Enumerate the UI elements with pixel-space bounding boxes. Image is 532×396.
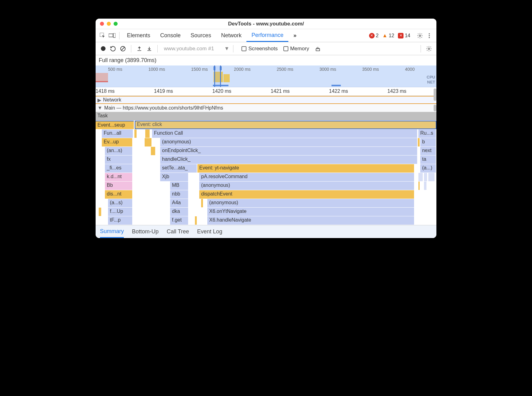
flame-bar[interactable]: Bb [105, 182, 132, 190]
chevron-down-icon: ▼ [224, 46, 229, 52]
tab-elements[interactable]: Elements [122, 29, 155, 42]
tab-event-log[interactable]: Event Log [197, 225, 222, 238]
upload-icon[interactable] [135, 44, 144, 53]
memory-label: Memory [290, 46, 309, 52]
svg-point-5 [429, 35, 430, 36]
flame-bar[interactable] [99, 208, 101, 216]
flame-bar[interactable]: handleClick_ [160, 155, 417, 164]
settings-icon[interactable] [415, 33, 425, 39]
flame-bar[interactable] [195, 216, 197, 225]
flame-bar[interactable]: k.d...nt [105, 173, 132, 181]
flame-bar[interactable] [134, 129, 137, 138]
tab-sources[interactable]: Sources [186, 29, 216, 42]
memory-checkbox[interactable]: Memory [283, 46, 309, 52]
tab-bottom-up[interactable]: Bottom-Up [132, 225, 159, 238]
flame-bar[interactable]: b [420, 138, 436, 146]
collect-garbage-icon[interactable] [313, 44, 322, 53]
flame-bar[interactable] [424, 182, 426, 190]
tab-summary[interactable]: Summary [100, 225, 124, 238]
task-bar[interactable]: Task [96, 112, 436, 120]
overview-ticks: 500 ms 1000 ms 1500 ms 2000 ms 2500 ms 3… [96, 67, 427, 72]
flame-bar[interactable]: dka [170, 208, 188, 216]
reload-button[interactable] [109, 44, 117, 53]
cpu-lane-label: CPU [427, 75, 435, 80]
tab-performance[interactable]: Performance [246, 29, 288, 42]
flame-bar[interactable]: Fun...all [102, 129, 133, 138]
overview-tick: 500 ms [108, 67, 122, 72]
separator [119, 32, 119, 39]
close-icon[interactable] [100, 22, 104, 26]
flame-bar[interactable]: Event...seup [96, 121, 134, 129]
inspect-icon[interactable] [98, 33, 107, 39]
flame-bar[interactable]: _fi...es [105, 164, 132, 173]
net-activity [331, 85, 341, 86]
kebab-menu-icon[interactable] [425, 33, 434, 39]
screenshots-label: Screenshots [248, 46, 278, 52]
flame-bar[interactable] [428, 173, 435, 181]
flame-bar[interactable]: A4a [170, 199, 188, 207]
capture-settings-icon[interactable] [425, 44, 433, 53]
overview-tick: 3500 ms [362, 67, 379, 72]
record-button[interactable] [99, 44, 107, 53]
flame-bar[interactable]: next [420, 147, 436, 155]
time-ruler[interactable]: 1418 ms 1419 ms 1420 ms 1421 ms 1422 ms … [96, 87, 436, 96]
zoom-icon[interactable] [114, 22, 118, 26]
flame-bar[interactable] [418, 182, 420, 190]
error-count[interactable]: ✕ 2 [367, 33, 381, 38]
flame-bar[interactable] [418, 173, 423, 181]
flame-bar[interactable]: f....Up [108, 208, 132, 216]
flame-bar[interactable]: X6.handleNavigate [207, 216, 414, 225]
flame-bar[interactable]: nbb [170, 190, 188, 199]
overview-minimap[interactable]: 500 ms 1000 ms 1500 ms 2000 ms 2500 ms 3… [96, 65, 436, 87]
tabs-overflow-icon[interactable]: » [288, 29, 301, 42]
flame-bar[interactable] [424, 173, 427, 181]
flame-bar[interactable]: Ru...s [418, 129, 436, 138]
flame-bar[interactable]: Ev...up [102, 138, 132, 146]
scrollbar-thumb[interactable] [434, 105, 436, 111]
tab-network[interactable]: Network [216, 29, 246, 42]
flame-bar[interactable]: tF...p [108, 216, 132, 225]
flame-bar[interactable]: dispatchEvent [199, 190, 414, 199]
flame-bar[interactable]: (a...s) [108, 199, 132, 207]
flame-bar[interactable]: f.get [170, 216, 188, 225]
flame-bar[interactable]: Xjb [160, 173, 188, 181]
selection-handle-left[interactable] [214, 66, 215, 70]
flame-bar[interactable]: (anonymous) [160, 138, 417, 146]
flame-bar[interactable]: (an...s) [105, 147, 132, 155]
flame-bar[interactable]: X6.onYtNavigate [207, 208, 414, 216]
tab-call-tree[interactable]: Call Tree [167, 225, 189, 238]
clear-button[interactable] [119, 44, 127, 53]
flame-bar[interactable]: dis...nt [105, 190, 132, 199]
flame-bar[interactable]: fx [105, 155, 132, 164]
tab-console[interactable]: Console [155, 29, 186, 42]
flame-bar-selected[interactable]: Event: click [135, 121, 436, 129]
screenshots-checkbox[interactable]: Screenshots [241, 46, 278, 52]
flame-bar[interactable] [201, 199, 203, 207]
overview-selection[interactable] [214, 65, 221, 87]
flame-bar[interactable]: setTe...ata_ [160, 164, 197, 173]
flame-bar[interactable]: MB [170, 182, 188, 190]
flame-chart[interactable]: Task Event...seup Event: click Fun...all… [96, 112, 436, 225]
flame-bar[interactable]: (anonymous) [207, 199, 414, 207]
flame-bar[interactable] [151, 147, 155, 155]
scrollbar-thumb[interactable] [434, 88, 436, 101]
flame-bar[interactable]: (a...) [420, 164, 436, 173]
network-section-header[interactable]: ▶ Network [96, 96, 436, 104]
device-icon[interactable] [107, 33, 117, 38]
flame-bar[interactable]: ta [420, 155, 436, 164]
flame-bar[interactable] [145, 129, 150, 138]
selection-handle-right[interactable] [220, 66, 222, 70]
main-section-header[interactable]: ▼ Main — https://www.youtube.com/shorts/… [96, 104, 436, 112]
flame-bar[interactable]: pA.resolveCommand [199, 173, 414, 181]
download-icon[interactable] [145, 44, 154, 53]
flame-bar[interactable]: Event: yt-navigate [197, 164, 414, 173]
flame-bar[interactable] [145, 138, 151, 146]
flame-bar[interactable]: Function Call [152, 129, 417, 138]
flame-bar[interactable] [418, 138, 420, 146]
profile-select[interactable]: www.youtube.com #1 ▼ [164, 46, 229, 52]
flame-bar[interactable]: (anonymous) [199, 182, 414, 190]
minimize-icon[interactable] [107, 22, 111, 26]
message-count[interactable]: ✕ 14 [396, 33, 412, 38]
flame-bar[interactable]: onEndpointClick_ [160, 147, 417, 155]
warning-count[interactable]: ▲ 12 [381, 33, 396, 39]
